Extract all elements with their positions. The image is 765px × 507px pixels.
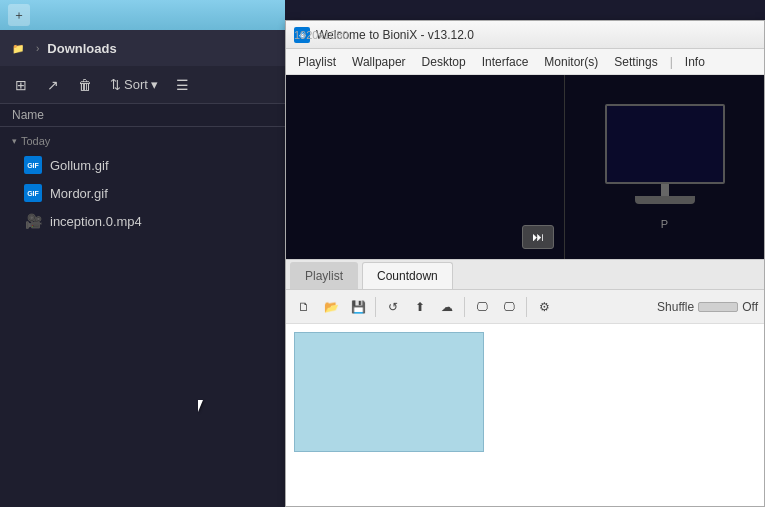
toolbar-separator-3 — [526, 297, 527, 317]
share-button[interactable]: ↗ — [40, 72, 66, 98]
monitor-stand-base — [635, 196, 695, 204]
file-item-gollum[interactable]: GIF Gollum.gif — [0, 151, 285, 179]
taskbar: ＋ — [0, 0, 285, 30]
column-header-name: Name — [0, 104, 285, 127]
monitor-view2-button[interactable]: 🖵 — [497, 295, 521, 319]
playlist-toolbar: 🗋 📂 💾 ↺ ⬆ ☁ 🖵 🖵 ⚙ Shuffle Off — [286, 290, 764, 324]
menu-separator: | — [666, 55, 677, 69]
sort-label: Sort — [124, 77, 148, 92]
playlist-item-1[interactable] — [294, 332, 484, 452]
menu-interface[interactable]: Interface — [474, 51, 537, 73]
settings-tools-button[interactable]: ⚙ — [532, 295, 556, 319]
tabs-row: Playlist Countdown — [286, 260, 764, 290]
shuffle-toggle[interactable] — [698, 302, 738, 312]
nav-folder-icon: 📁 — [8, 41, 28, 56]
section-today-label: Today — [21, 135, 50, 147]
file-name-mordor: Mordor.gif — [50, 186, 108, 201]
nav-chevron-icon: › — [32, 41, 43, 56]
bionix-window-title: Welcome to BioniX - v13.12.0 — [316, 28, 756, 42]
bionix-menubar: Playlist Wallpaper Desktop Interface Mon… — [286, 49, 764, 75]
menu-desktop[interactable]: Desktop — [414, 51, 474, 73]
menu-settings[interactable]: Settings — [606, 51, 665, 73]
gif-file-icon: GIF — [24, 156, 42, 174]
new-item-button[interactable]: 🗋 — [292, 295, 316, 319]
sort-button[interactable]: ⇅ Sort ▾ — [104, 75, 164, 94]
playlist-content-area — [286, 324, 764, 506]
monitor-view-button[interactable]: 🖵 — [470, 295, 494, 319]
view-toggle-button[interactable]: ⊞ — [8, 72, 34, 98]
upload-button[interactable]: ⬆ — [408, 295, 432, 319]
shuffle-label: Shuffle — [657, 300, 694, 314]
menu-wallpaper[interactable]: Wallpaper — [344, 51, 414, 73]
menu-playlist[interactable]: Playlist — [290, 51, 344, 73]
tab-playlist[interactable]: Playlist — [290, 262, 358, 289]
shuffle-area: Shuffle Off — [657, 300, 758, 314]
toolbar-separator-2 — [464, 297, 465, 317]
file-item-mordor[interactable]: GIF Mordor.gif — [0, 179, 285, 207]
cloud-button[interactable]: ☁ — [435, 295, 459, 319]
file-list: ▾ Today GIF Gollum.gif GIF Mordor.gif 🎥 … — [0, 127, 285, 507]
section-today: ▾ Today — [0, 127, 285, 151]
refresh-button[interactable]: ↺ — [381, 295, 405, 319]
resolution-text: 1920x1080 — [294, 29, 348, 41]
nav-row: 📁 › Downloads — [0, 30, 285, 66]
monitor-display — [605, 104, 725, 204]
preview-left-panel: ⏭ — [286, 75, 564, 259]
bionix-titlebar: ◈ Welcome to BioniX - v13.12.0 — [286, 21, 764, 49]
toolbar-separator-1 — [375, 297, 376, 317]
preview-area: ⏭ 1920x1080 P — [286, 75, 764, 260]
tab-countdown[interactable]: Countdown — [362, 262, 453, 289]
sort-arrows-icon: ⇅ — [110, 77, 121, 92]
gif-file-icon-2: GIF — [24, 184, 42, 202]
mp4-file-icon: 🎥 — [24, 212, 42, 230]
save-button[interactable]: 💾 — [346, 295, 370, 319]
menu-monitors[interactable]: Monitor(s) — [536, 51, 606, 73]
current-folder-title: Downloads — [47, 41, 277, 56]
delete-button[interactable]: 🗑 — [72, 72, 98, 98]
file-explorer-panel: ＋ 📁 › Downloads ⊞ ↗ 🗑 ⇅ Sort ▾ ☰ Name ▾ … — [0, 0, 285, 507]
menu-info[interactable]: Info — [677, 51, 713, 73]
preview-right-panel: 1920x1080 P — [564, 75, 764, 259]
more-options-button[interactable]: ☰ — [170, 72, 196, 98]
sort-dropdown-icon: ▾ — [151, 77, 158, 92]
monitor-screen — [605, 104, 725, 184]
open-folder-button[interactable]: 📂 — [319, 295, 343, 319]
file-item-inception[interactable]: 🎥 inception.0.mp4 — [0, 207, 285, 235]
file-name-gollum: Gollum.gif — [50, 158, 109, 173]
file-toolbar: ⊞ ↗ 🗑 ⇅ Sort ▾ ☰ — [0, 66, 285, 104]
section-chevron-icon: ▾ — [12, 136, 17, 146]
monitor-label: P — [661, 218, 668, 230]
file-name-inception: inception.0.mp4 — [50, 214, 142, 229]
monitor-stand-neck — [661, 184, 669, 196]
shuffle-state: Off — [742, 300, 758, 314]
play-next-button[interactable]: ⏭ — [522, 225, 554, 249]
bionix-window: ◈ Welcome to BioniX - v13.12.0 Playlist … — [285, 20, 765, 507]
new-tab-button[interactable]: ＋ — [8, 4, 30, 26]
